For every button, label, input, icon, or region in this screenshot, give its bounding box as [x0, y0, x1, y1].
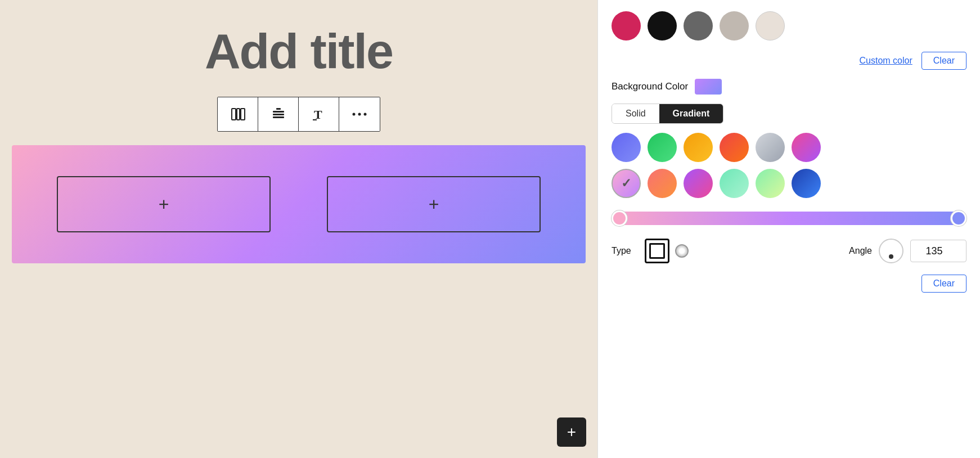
angle-dial-dot — [889, 254, 893, 259]
svg-rect-0 — [232, 109, 236, 120]
grad-swatch-gray[interactable] — [756, 133, 785, 162]
bottom-clear-row: Clear — [612, 275, 966, 293]
svg-point-11 — [364, 113, 367, 116]
gradient-slider-container — [612, 207, 966, 230]
svg-rect-3 — [273, 111, 284, 113]
type-icon-linear[interactable] — [645, 239, 669, 263]
grad-swatch-green[interactable] — [648, 133, 677, 162]
swatch-light-gray[interactable] — [756, 11, 785, 41]
columns-button[interactable] — [218, 97, 258, 131]
type-angle-row: Type Angle — [612, 239, 966, 263]
type-label: Type — [612, 246, 631, 256]
slider-handle-left[interactable] — [612, 210, 627, 226]
angle-label: Angle — [849, 246, 872, 256]
svg-rect-2 — [241, 109, 245, 120]
add-block-right[interactable]: + — [327, 176, 541, 232]
angle-input[interactable] — [910, 240, 966, 262]
bg-color-preview[interactable] — [695, 79, 722, 95]
svg-rect-1 — [237, 109, 240, 120]
page-title[interactable]: Add title — [205, 23, 393, 80]
swatch-medium-gray[interactable] — [720, 11, 749, 41]
type-icons — [645, 239, 689, 263]
bg-color-label: Background Color — [612, 81, 688, 92]
grad-swatch-purple-pink[interactable] — [684, 169, 713, 198]
canvas-area: Add title T — [0, 0, 597, 458]
slider-handle-right[interactable] — [951, 210, 966, 226]
toolbar: T — [217, 97, 380, 132]
angle-section: Angle — [849, 239, 966, 263]
palette-row-1 — [612, 133, 966, 162]
grad-swatch-pink-purple[interactable] — [792, 133, 821, 162]
svg-rect-4 — [273, 114, 284, 115]
solid-button[interactable]: Solid — [612, 104, 659, 123]
clear-top-button[interactable]: Clear — [921, 52, 966, 70]
align-button[interactable] — [258, 97, 299, 131]
bg-color-row: Background Color — [612, 79, 966, 95]
grad-swatch-red-light[interactable] — [648, 169, 677, 198]
grad-swatch-mint[interactable] — [720, 169, 749, 198]
type-icon-radial[interactable] — [675, 244, 689, 258]
grad-swatch-deep-blue[interactable] — [792, 169, 821, 198]
custom-color-link[interactable]: Custom color — [860, 56, 912, 66]
gradient-slider-track[interactable] — [612, 212, 966, 225]
clear-bottom-button[interactable]: Clear — [921, 275, 966, 293]
grad-swatch-amber[interactable] — [684, 133, 713, 162]
swatch-black[interactable] — [648, 11, 677, 41]
type-toggle: Solid Gradient — [612, 104, 723, 124]
svg-rect-6 — [276, 108, 281, 110]
svg-rect-5 — [273, 116, 284, 118]
custom-clear-row: Custom color Clear — [612, 52, 966, 70]
svg-point-9 — [353, 113, 356, 116]
grad-swatch-pink-lilac[interactable] — [612, 169, 641, 198]
grad-swatch-light-green[interactable] — [756, 169, 785, 198]
add-page-button[interactable]: + — [557, 417, 586, 447]
swatch-crimson[interactable] — [612, 11, 641, 41]
grad-swatch-blue-indigo[interactable] — [612, 133, 641, 162]
text-color-swatches — [612, 11, 966, 41]
type-icon-linear-inner — [649, 243, 665, 259]
swatch-dark-gray[interactable] — [684, 11, 713, 41]
add-block-left[interactable]: + — [57, 176, 271, 232]
gradient-button[interactable]: Gradient — [659, 104, 723, 123]
more-button[interactable] — [339, 97, 380, 131]
angle-dial[interactable] — [879, 239, 903, 263]
svg-point-10 — [358, 113, 361, 116]
text-button[interactable]: T — [299, 97, 339, 131]
gradient-block: + + — [12, 145, 586, 263]
palette-row-2 — [612, 169, 966, 198]
gradient-palette — [612, 133, 966, 198]
right-panel: Custom color Clear Background Color Soli… — [597, 0, 980, 458]
grad-swatch-red-orange[interactable] — [720, 133, 749, 162]
